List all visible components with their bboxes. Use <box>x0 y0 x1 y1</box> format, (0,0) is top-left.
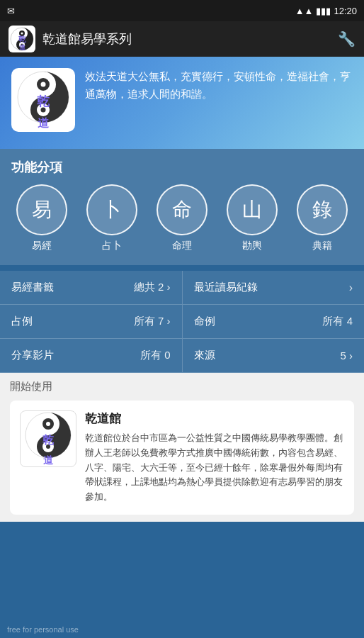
recent-label: 最近讀易紀錄 <box>194 281 258 294</box>
videos-value: 所有 0 <box>140 349 171 362</box>
nav-label-yi: 易經 <box>32 240 52 252</box>
info-card: 乾 道 乾道館 乾道館位於台中市區為一公益性質之中國傳統易學教學團體。創辦人王老… <box>10 401 354 515</box>
battery-icon: ▮▮▮ <box>316 6 331 16</box>
recent-arrow: › <box>349 281 353 294</box>
card-title: 乾道館 <box>85 410 344 427</box>
nav-section: 功能分項 易 易經 卜 占卜 命 命理 山 勘輿 錄 典籍 <box>0 149 364 265</box>
bookmarks-value: 總共 2 › <box>134 281 171 294</box>
grid-cell-divination-cases[interactable]: 占例 所有 7 › <box>0 305 183 338</box>
svg-text:乾: 乾 <box>42 434 55 446</box>
grid-cell-bookmarks[interactable]: 易經書籤 總共 2 › <box>0 271 183 304</box>
card-content: 乾道館 乾道館位於台中市區為一公益性質之中國傳統易學教學團體。創辦人王老師以免費… <box>85 410 344 505</box>
divination-cases-value: 所有 7 › <box>134 315 171 328</box>
wifi-icon: ▲▲ <box>295 6 314 16</box>
title-bar: 乾 道 乾道館易學系列 🔧 <box>0 21 364 57</box>
nav-circle-bu: 卜 <box>86 184 137 235</box>
hero-section: 乾 道 效法天道大公無私，充實德行，安頓性命，造福社會，亨通萬物，追求人間的和諧… <box>0 57 364 149</box>
nav-item-classics[interactable]: 錄 典籍 <box>297 184 348 252</box>
grid-cell-fate-cases[interactable]: 命例 所有 4 <box>183 305 365 338</box>
nav-label-ming: 命理 <box>172 240 192 252</box>
nav-label-bu: 占卜 <box>102 240 122 252</box>
nav-item-fengshui[interactable]: 山 勘輿 <box>227 184 278 252</box>
nav-item-divination[interactable]: 卜 占卜 <box>86 184 137 252</box>
card-body: 乾道館位於台中市區為一公益性質之中國傳統易學教學團體。創辦人王老師以免費教學方式… <box>85 431 344 505</box>
grid-row-1: 易經書籤 總共 2 › 最近讀易紀錄 › <box>0 271 364 305</box>
svg-point-10 <box>41 82 46 86</box>
status-left: ✉ <box>7 6 15 16</box>
envelope-icon: ✉ <box>7 6 15 16</box>
svg-text:道: 道 <box>43 454 54 466</box>
nav-item-yijing[interactable]: 易 易經 <box>16 184 67 252</box>
grid-row-2: 占例 所有 7 › 命例 所有 4 <box>0 305 364 339</box>
app-title: 乾道館易學系列 <box>42 30 331 47</box>
fate-cases-value: 所有 4 <box>322 315 353 328</box>
svg-point-17 <box>46 422 50 426</box>
start-label: 開始使用 <box>10 380 354 393</box>
hero-description: 效法天道大公無私，充實德行，安頓性命，造福社會，亨通萬物，追求人間的和諧。 <box>85 68 353 103</box>
fate-cases-label: 命例 <box>194 315 215 328</box>
bottom-section: 開始使用 乾 道 乾道館 乾道館位於台中市區為一公益性質之中國傳統易學教學團體。… <box>0 373 364 522</box>
grid-cell-videos[interactable]: 分享影片 所有 0 <box>0 339 183 372</box>
nav-circle-yi: 易 <box>16 184 67 235</box>
watermark: free for personal use <box>7 625 79 634</box>
videos-label: 分享影片 <box>11 349 54 362</box>
nav-circle-lu: 錄 <box>297 184 348 235</box>
svg-text:乾: 乾 <box>37 94 50 108</box>
bookmarks-label: 易經書籤 <box>11 281 54 294</box>
app-icon: 乾 道 <box>8 26 35 52</box>
section-label: 功能分項 <box>0 159 364 184</box>
nav-circle-ming: 命 <box>157 184 207 235</box>
grid-cell-sources[interactable]: 來源 5 › <box>183 339 365 372</box>
nav-label-shan: 勘輿 <box>242 240 262 252</box>
card-logo: 乾 道 <box>20 410 76 467</box>
svg-text:道: 道 <box>19 44 26 51</box>
svg-text:道: 道 <box>38 117 50 129</box>
sources-value: 5 › <box>340 349 353 362</box>
grid-menu: 易經書籤 總共 2 › 最近讀易紀錄 › 占例 所有 7 › 命例 所有 4 分… <box>0 271 364 373</box>
settings-icon[interactable]: 🔧 <box>338 30 356 47</box>
svg-text:乾: 乾 <box>18 35 27 43</box>
nav-icons: 易 易經 卜 占卜 命 命理 山 勘輿 錄 典籍 <box>0 184 364 252</box>
time-display: 12:20 <box>334 6 357 16</box>
grid-cell-recent[interactable]: 最近讀易紀錄 › <box>183 271 365 304</box>
status-bar: ✉ ▲▲ ▮▮▮ 12:20 <box>0 0 364 21</box>
divination-cases-label: 占例 <box>11 315 33 328</box>
grid-row-3: 分享影片 所有 0 來源 5 › <box>0 339 364 373</box>
nav-circle-shan: 山 <box>227 184 278 235</box>
hero-logo: 乾 道 <box>11 68 75 132</box>
status-right: ▲▲ ▮▮▮ 12:20 <box>295 6 357 16</box>
nav-label-lu: 典籍 <box>312 240 332 252</box>
nav-item-fate[interactable]: 命 命理 <box>157 184 207 252</box>
sources-label: 來源 <box>194 349 215 362</box>
